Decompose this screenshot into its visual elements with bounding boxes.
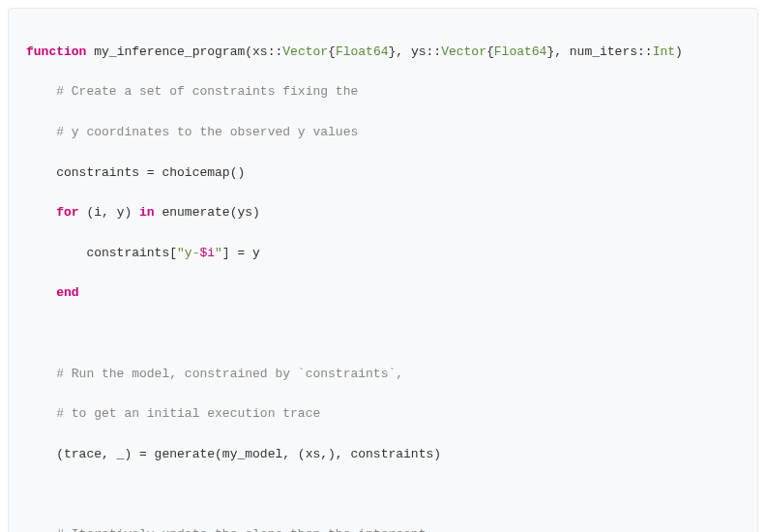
keyword-in: in bbox=[139, 205, 155, 220]
code-line: (trace, _) = generate(my_model, (xs,), c… bbox=[26, 445, 740, 465]
comment-line: # y coordinates to the observed y values bbox=[26, 123, 740, 143]
comment-line: # to get an initial execution trace bbox=[26, 404, 740, 425]
comment-line: # Run the model, constrained by `constra… bbox=[26, 365, 740, 385]
keyword-for: for bbox=[56, 205, 78, 220]
comment-line: # Iteratively update the slope then the … bbox=[26, 525, 740, 532]
function-name: my_inference_program bbox=[86, 44, 245, 59]
code-block: function my_inference_program(xs::Vector… bbox=[8, 8, 758, 532]
keyword-function: function bbox=[26, 44, 86, 59]
string-interpolation: $i bbox=[199, 246, 215, 260]
code-line-1: function my_inference_program(xs::Vector… bbox=[26, 43, 740, 63]
code-line-for: for (i, y) in enumerate(ys) bbox=[26, 203, 740, 223]
blank-line bbox=[26, 485, 740, 505]
blank-line bbox=[26, 324, 740, 344]
keyword-end: end bbox=[56, 285, 78, 300]
code-line-end: end bbox=[26, 283, 740, 304]
code-line: constraints["y-$i"] = y bbox=[26, 244, 740, 264]
code-line: constraints = choicemap() bbox=[26, 163, 740, 184]
comment-line: # Create a set of constraints fixing the bbox=[26, 82, 740, 103]
